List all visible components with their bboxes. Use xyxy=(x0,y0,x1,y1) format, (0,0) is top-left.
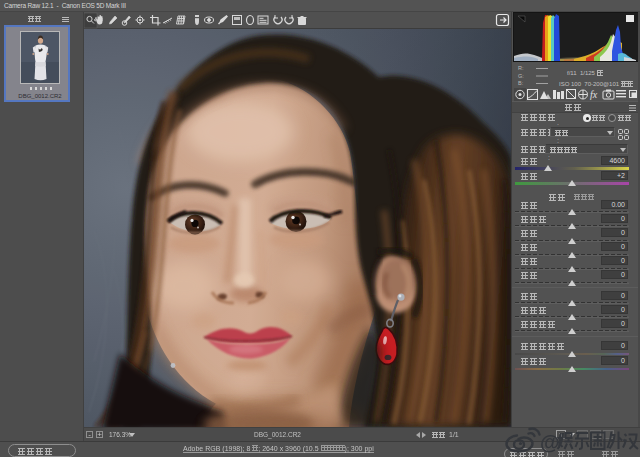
svg-text:fx: fx xyxy=(590,89,598,100)
svg-text:@: @ xyxy=(540,431,560,453)
